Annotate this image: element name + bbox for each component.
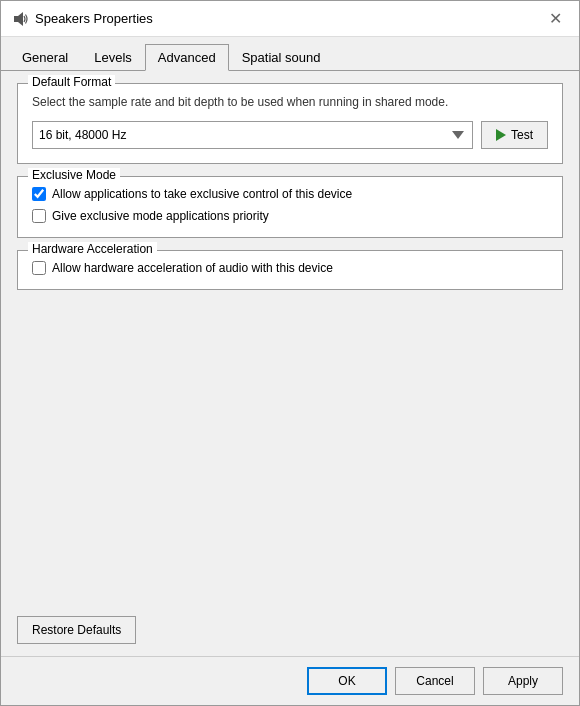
window-title: Speakers Properties	[35, 11, 153, 26]
format-row: 16 bit, 48000 Hz 16 bit, 44100 Hz 24 bit…	[32, 121, 548, 149]
exclusive-mode-group: Exclusive Mode Allow applications to tak…	[17, 176, 563, 238]
svg-marker-1	[18, 12, 23, 26]
exclusive-priority-label[interactable]: Give exclusive mode applications priorit…	[52, 209, 269, 223]
exclusive-priority-row: Give exclusive mode applications priorit…	[32, 209, 548, 223]
default-format-label: Default Format	[28, 75, 115, 89]
default-format-group: Default Format Select the sample rate an…	[17, 83, 563, 164]
tab-levels[interactable]: Levels	[81, 44, 145, 71]
exclusive-priority-checkbox[interactable]	[32, 209, 46, 223]
play-icon	[496, 129, 506, 141]
ok-button[interactable]: OK	[307, 667, 387, 695]
default-format-description: Select the sample rate and bit depth to …	[32, 94, 548, 111]
tab-bar: General Levels Advanced Spatial sound	[1, 37, 579, 71]
apply-button[interactable]: Apply	[483, 667, 563, 695]
hardware-acceleration-checkbox[interactable]	[32, 261, 46, 275]
tab-spatial-sound[interactable]: Spatial sound	[229, 44, 334, 71]
svg-rect-0	[14, 16, 18, 22]
hardware-acceleration-label: Hardware Acceleration	[28, 242, 157, 256]
bottom-bar: OK Cancel Apply	[1, 656, 579, 705]
format-select[interactable]: 16 bit, 48000 Hz 16 bit, 44100 Hz 24 bit…	[32, 121, 473, 149]
hardware-acceleration-row: Allow hardware acceleration of audio wit…	[32, 261, 548, 275]
speaker-icon	[13, 11, 29, 27]
restore-section: Restore Defaults	[1, 616, 579, 656]
hardware-acceleration-group: Hardware Acceleration Allow hardware acc…	[17, 250, 563, 290]
restore-defaults-button[interactable]: Restore Defaults	[17, 616, 136, 644]
title-bar-left: Speakers Properties	[13, 11, 153, 27]
hardware-acceleration-checkbox-label[interactable]: Allow hardware acceleration of audio wit…	[52, 261, 333, 275]
title-bar: Speakers Properties ✕	[1, 1, 579, 37]
test-label: Test	[511, 128, 533, 142]
exclusive-control-label[interactable]: Allow applications to take exclusive con…	[52, 187, 352, 201]
exclusive-control-checkbox[interactable]	[32, 187, 46, 201]
exclusive-control-row: Allow applications to take exclusive con…	[32, 187, 548, 201]
tab-general[interactable]: General	[9, 44, 81, 71]
close-button[interactable]: ✕	[543, 7, 567, 31]
test-button[interactable]: Test	[481, 121, 548, 149]
tab-advanced[interactable]: Advanced	[145, 44, 229, 71]
cancel-button[interactable]: Cancel	[395, 667, 475, 695]
spacer	[17, 302, 563, 604]
exclusive-mode-label: Exclusive Mode	[28, 168, 120, 182]
speakers-properties-window: Speakers Properties ✕ General Levels Adv…	[0, 0, 580, 706]
main-content: Default Format Select the sample rate an…	[1, 71, 579, 616]
